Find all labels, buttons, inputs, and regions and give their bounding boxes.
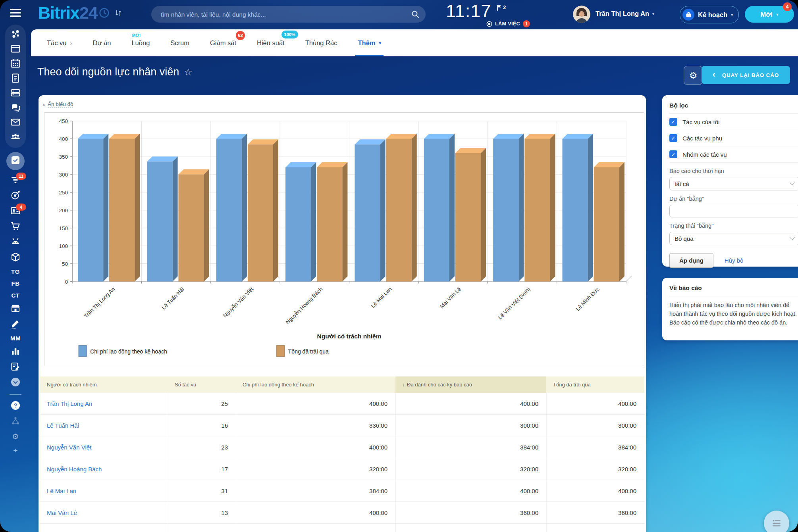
sidebar-item-drive[interactable] <box>10 88 21 99</box>
column-header[interactable]: Số tác vụ <box>168 376 236 393</box>
sidebar-item-ct[interactable]: CT <box>12 292 20 299</box>
sidebar-item-market[interactable] <box>10 304 21 314</box>
sidebar-item-calendar[interactable] <box>10 59 21 69</box>
work-status[interactable]: LÀM VIỆC 1 <box>486 20 530 27</box>
table-cell: 400:00 <box>546 480 644 501</box>
filter-checkbox-0[interactable]: ✓Tác vụ của tôi <box>669 114 798 130</box>
target-icon <box>10 190 21 202</box>
table-cell: 20 <box>168 524 236 532</box>
chat-icon <box>10 102 21 114</box>
sidebar-item-fb[interactable]: FB <box>12 280 20 287</box>
help-icon: ? <box>10 400 21 412</box>
tab-label: Luồng <box>131 39 150 47</box>
table-cell: 400:00 <box>395 393 546 414</box>
table-cell: 336:00 <box>236 415 395 436</box>
svg-text:250: 250 <box>59 189 68 195</box>
column-header[interactable]: Chi phí lao động theo kế hoạch <box>236 376 395 393</box>
tab-label: Tác vụ <box>47 39 67 47</box>
filter-checkbox-2[interactable]: ✓Nhóm các tác vụ <box>669 146 798 163</box>
sidebar-item-mail[interactable] <box>10 118 21 128</box>
tab-flows[interactable]: MỚILuồng <box>121 29 160 56</box>
apply-button[interactable]: Áp dụng <box>669 253 713 268</box>
sidebar-item-sales[interactable] <box>10 222 21 232</box>
tab-recycle-bin[interactable]: Thùng Rác <box>295 29 348 56</box>
assignee-link[interactable]: Lê Tuấn Hải <box>47 422 79 429</box>
sidebar-item-documents[interactable] <box>10 74 21 84</box>
assignee-link[interactable]: Mai Vân Lê <box>47 509 77 516</box>
tab-efficiency[interactable]: 100%Hiệu suất <box>247 29 295 56</box>
hide-chart-link[interactable]: ▲Ẩn biểu đồ <box>42 101 73 108</box>
sidebar-item-mm[interactable]: MM <box>10 335 21 342</box>
assignee-link[interactable]: Lê Mai Lan <box>47 488 76 494</box>
pen-icon <box>10 319 21 330</box>
tab-tasks[interactable]: Tác vụ› <box>37 29 83 56</box>
sidebar-item-sites[interactable] <box>10 44 21 55</box>
assignee-link[interactable]: Nguyễn Văn Việt <box>47 444 91 451</box>
search-icon[interactable] <box>411 10 419 18</box>
column-header[interactable]: Người có trách nhiệm <box>40 376 168 393</box>
tab-label: Thêm <box>358 39 375 47</box>
sidebar-item-live-feed[interactable] <box>10 30 21 40</box>
sidebar-item-analytics[interactable] <box>10 347 21 357</box>
table-cell: 400:00 <box>236 436 395 458</box>
svg-text:Nguyễn Văn Việt: Nguyễn Văn Việt <box>222 286 254 318</box>
svg-text:Trần Thị Long An: Trần Thị Long An <box>83 286 116 319</box>
sidebar-item-settings[interactable]: ⚙ <box>12 432 19 441</box>
page-header: Theo dõi nguồn lực nhân viên☆ ⚙ ‹QUAY LẠ… <box>31 56 798 95</box>
table-cell: 13 <box>168 502 236 523</box>
column-header[interactable]: ↓Đã dành cho các kỳ báo cáo <box>395 376 546 393</box>
search-input[interactable] <box>160 6 400 23</box>
assignee-link[interactable]: Nguyễn Hoàng Bách <box>47 466 102 472</box>
column-header[interactable]: Tổng đã trải qua <box>546 376 644 393</box>
sidebar-item-sign[interactable] <box>10 319 21 330</box>
logo-text: Bitrix <box>38 3 79 23</box>
sidebar-item-more[interactable] <box>10 378 21 388</box>
user-name[interactable]: Trần Thị Long An▾ <box>596 10 654 17</box>
sidebar-item-reports[interactable] <box>10 362 21 373</box>
menu-toggle-icon[interactable] <box>10 9 21 19</box>
tab-projects[interactable]: Dự án <box>83 29 121 56</box>
favorite-star-icon[interactable]: ☆ <box>184 67 193 78</box>
table-cell: 300:00 <box>395 415 546 436</box>
about-title: Về báo cáo <box>669 278 798 296</box>
cancel-link[interactable]: Hủy bỏ <box>725 257 744 264</box>
sidebar-item-invite-network[interactable] <box>10 417 21 427</box>
invite-button[interactable]: Mời▾ 4 <box>745 6 794 23</box>
user-avatar[interactable] <box>573 6 590 23</box>
bitrix24-logo[interactable]: Bitrix24 <box>38 3 122 23</box>
clock-time[interactable]: 11:17 <box>446 1 491 21</box>
tab-label: Hiệu suất <box>257 39 285 47</box>
back-to-reports-button[interactable]: ‹QUAY LẠI BÁO CÁO <box>702 66 790 84</box>
invite-badge: 4 <box>783 2 792 11</box>
status-select[interactable]: Bỏ qua <box>669 232 798 245</box>
table-cell: 400:00 <box>546 524 644 532</box>
sidebar-item-marketing[interactable] <box>10 191 21 201</box>
sort-arrows-icon[interactable] <box>114 9 122 17</box>
sidebar-item-employees[interactable] <box>10 133 21 143</box>
plan-button[interactable]: Kế hoạch▾ <box>680 6 739 23</box>
sidebar-item-add[interactable]: + <box>13 446 18 455</box>
sidebar-item-inventory[interactable] <box>10 253 21 263</box>
sidebar-item-crm[interactable]: 11 <box>10 175 21 186</box>
sidebar-item-tg[interactable]: TG <box>11 268 20 275</box>
table-cell: 384:00 <box>395 436 546 458</box>
svg-text:100: 100 <box>59 243 68 249</box>
store-icon <box>10 303 21 315</box>
settings-button[interactable]: ⚙ <box>684 66 703 85</box>
people-icon <box>10 132 21 144</box>
sidebar-item-automation[interactable] <box>10 237 21 248</box>
sidebar-item-contact-center[interactable]: 4 <box>10 206 21 217</box>
quick-menu-fab[interactable] <box>764 511 789 532</box>
assignee-link[interactable]: Trần Thị Long An <box>47 400 92 407</box>
checkbox-label: Nhóm các tác vụ <box>682 151 727 158</box>
filter-checkbox-1[interactable]: ✓Các tác vụ phụ <box>669 130 798 146</box>
flag-indicator[interactable]: 2 <box>490 4 506 11</box>
project-input[interactable] <box>669 205 798 217</box>
sidebar-item-messenger[interactable] <box>10 103 21 113</box>
tab-scrum[interactable]: Scrum <box>160 29 200 56</box>
tab-more[interactable]: Thêm▾ <box>347 29 391 56</box>
sidebar-item-tasks[interactable] <box>6 152 25 170</box>
sidebar-item-help[interactable]: ? <box>10 401 21 411</box>
tab-supervising[interactable]: 62Giám sát <box>200 29 247 56</box>
period-select[interactable]: tất cả <box>669 177 798 190</box>
